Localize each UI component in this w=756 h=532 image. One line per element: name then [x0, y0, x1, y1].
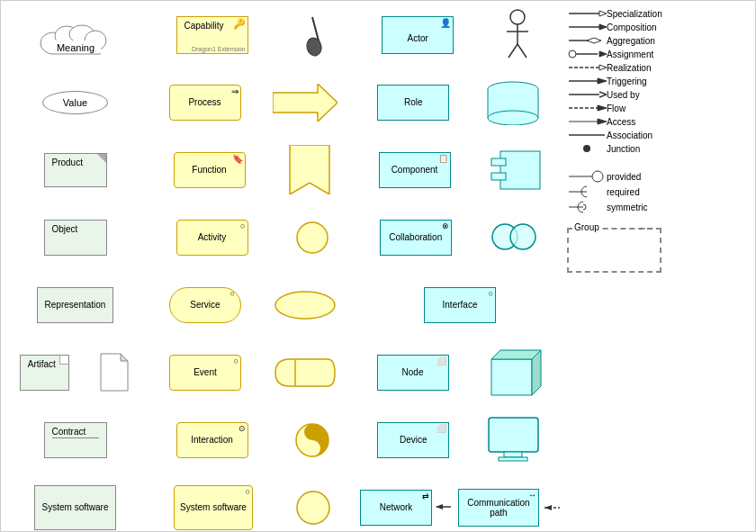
svg-rect-45: [500, 151, 540, 189]
triggering-label: Triggering: [607, 77, 647, 86]
legend-aggregation: Aggregation: [567, 35, 753, 46]
value-label: Value: [63, 97, 87, 108]
svg-marker-28: [598, 105, 607, 111]
event-shape-icon: [274, 357, 337, 388]
role-label: Role: [404, 97, 423, 107]
svg-rect-46: [491, 158, 506, 166]
actor-shape: 👤 Actor: [382, 16, 454, 54]
access-label: Access: [607, 117, 635, 127]
meaning-cloud-svg: Meaning: [35, 9, 116, 59]
svg-point-50: [510, 224, 536, 249]
svg-marker-30: [598, 119, 607, 124]
cell-collaboration: ⊗ Collaboration: [356, 203, 563, 271]
device-label: Device: [400, 435, 428, 445]
cell-service: ○ Service: [149, 271, 356, 338]
function-label: Function: [192, 165, 226, 175]
legend-access: Access: [567, 116, 753, 127]
network-label: Network: [380, 502, 413, 512]
system-software-shape-col2: ○ System software: [174, 485, 253, 530]
legend-specialization: Specialization: [567, 8, 753, 19]
assignment-line: [567, 49, 607, 59]
activity-label: Activity: [198, 232, 227, 242]
cell-interface: ○ Interface: [356, 271, 563, 338]
main-grid: Meaning Capability 🔑 Dragon1 Extension 👤: [1, 1, 756, 532]
shovel-icon: [294, 13, 330, 58]
representation-shape: Representation: [37, 287, 114, 323]
legend-realization: Realization: [567, 62, 753, 73]
svg-point-43: [488, 111, 538, 125]
specialization-line: [567, 8, 607, 19]
association-line: [567, 130, 607, 140]
event-label: Event: [194, 367, 217, 377]
representation-label: Representation: [45, 300, 106, 310]
cell-contract: Contract: [1, 406, 149, 473]
svg-rect-60: [504, 452, 522, 457]
node-shape: ⬜ Node: [377, 355, 449, 391]
network-shape: ⇄ Network: [360, 490, 432, 526]
cell-function: 🔖 Function: [149, 136, 356, 203]
legend-area: Specialization Composition Aggregation A…: [563, 1, 756, 532]
cell-role: Role: [356, 68, 563, 136]
process-shape: ⇒ Process: [169, 85, 241, 121]
svg-marker-25: [598, 78, 607, 84]
group-icon: [638, 223, 656, 234]
node-3d-icon: [482, 346, 544, 400]
legend-composition: Composition: [567, 22, 753, 32]
component-label: Component: [392, 165, 438, 175]
realization-line: [567, 62, 607, 73]
flow-line: [567, 103, 607, 113]
provided-label: provided: [607, 172, 641, 182]
comm-path-label: Communication path: [464, 498, 533, 518]
function-bookmark-icon: [286, 145, 333, 194]
cell-device: ⬜ Device: [356, 406, 563, 473]
collaboration-shape: ⊗ Collaboration: [380, 220, 452, 256]
cell-value: Value: [1, 68, 149, 136]
cell-system-software-col1: System software: [1, 473, 149, 532]
provided-icon: [567, 170, 607, 183]
meaning-label: Meaning: [56, 42, 94, 53]
capability-label: Capability: [184, 21, 224, 31]
access-line: [567, 116, 607, 127]
product-shape: Product: [44, 153, 107, 187]
svg-point-8: [510, 10, 525, 24]
legend-used-by: Used by: [567, 89, 753, 100]
network-arrows-icon: [432, 482, 451, 532]
activity-circle-icon: [294, 220, 330, 256]
role-shape: Role: [377, 85, 449, 121]
component-shape: 📋 Component: [379, 152, 451, 188]
contract-shape: Contract: [44, 422, 107, 458]
interaction-shape: ⊙ Interaction: [176, 422, 248, 458]
composition-line: [567, 22, 607, 32]
flow-label: Flow: [607, 104, 626, 113]
cell-network: ⇄ Network ↔ Communication path: [356, 473, 563, 532]
cell-process: ⇒ Process: [149, 68, 356, 136]
service-oval-icon: [274, 290, 337, 320]
realization-label: Realization: [607, 63, 651, 73]
required-symbol: required: [567, 185, 753, 198]
aggregation-label: Aggregation: [607, 36, 655, 46]
specialization-label: Specialization: [607, 9, 662, 19]
required-icon: [567, 185, 607, 198]
svg-marker-23: [599, 65, 607, 70]
junction-dot: [567, 143, 607, 154]
svg-marker-71: [544, 505, 552, 510]
cell-representation: Representation: [1, 271, 149, 338]
composition-label: Composition: [607, 23, 657, 32]
cell-interaction: ⊙ Interaction: [149, 406, 356, 473]
dragon1-ext-label: Dragon1 Extension: [192, 46, 246, 52]
system-software-col2-label: System software: [180, 502, 247, 512]
node-label: Node: [402, 367, 424, 377]
legend-flow: Flow: [567, 103, 753, 113]
artifact-page-icon: [99, 352, 130, 392]
svg-rect-61: [499, 457, 527, 461]
association-label: Association: [607, 131, 652, 140]
used-by-line: [567, 89, 607, 100]
provided-symbol: provided: [567, 170, 753, 183]
comm-path-dashed-arrows: [543, 495, 560, 520]
service-shape: ○ Service: [169, 287, 241, 323]
svg-marker-65: [436, 504, 443, 509]
cell-artifact: Artifact: [1, 338, 149, 406]
cell-system-software-col2: ○ System software: [149, 473, 356, 532]
comm-path-shape: ↔ Communication path: [458, 489, 539, 527]
activity-shape: ○ Activity: [176, 220, 248, 256]
